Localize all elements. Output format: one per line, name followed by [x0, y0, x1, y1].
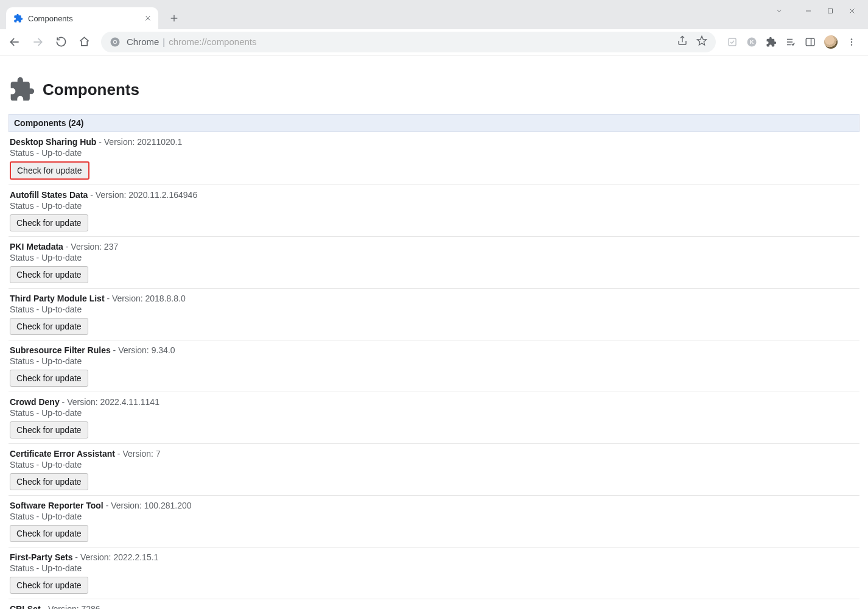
component-row: Software Reporter Tool - Version: 100.28…	[9, 496, 859, 547]
svg-rect-21	[806, 38, 814, 46]
window-close-icon[interactable]	[849, 7, 856, 16]
svg-point-23	[851, 38, 852, 40]
share-icon[interactable]	[677, 35, 688, 48]
chrome-icon	[110, 37, 121, 48]
omnibox-label: Chrome	[127, 37, 159, 47]
component-row: First-Party Sets - Version: 2022.2.15.1S…	[9, 547, 859, 599]
component-status: Status - Up-to-date	[10, 460, 859, 470]
component-row: Third Party Module List - Version: 2018.…	[9, 289, 859, 340]
tab-title: Components	[28, 14, 144, 23]
profile-avatar[interactable]	[824, 35, 838, 49]
component-name: Software Reporter Tool	[10, 501, 103, 510]
chrome-menu-icon[interactable]	[846, 37, 857, 48]
notes-extension-icon[interactable]	[727, 37, 738, 48]
bookmark-star-icon[interactable]	[696, 35, 707, 48]
svg-point-24	[851, 41, 852, 42]
check-for-update-button[interactable]: Check for update	[10, 525, 88, 542]
component-name: Desktop Sharing Hub	[10, 137, 96, 147]
component-row: Crowd Deny - Version: 2022.4.11.1141Stat…	[9, 392, 859, 444]
svg-rect-15	[729, 38, 736, 46]
home-button[interactable]	[74, 32, 94, 52]
component-version: - Version: 7286	[41, 604, 100, 609]
svg-text:K: K	[750, 39, 754, 45]
omnibox-url: chrome://components	[169, 37, 256, 47]
component-version: - Version: 7	[115, 449, 161, 459]
browser-toolbar: Chrome | chrome://components K	[0, 29, 868, 55]
check-for-update-button[interactable]: Check for update	[10, 577, 88, 594]
check-for-update-button[interactable]: Check for update	[10, 421, 88, 438]
browser-tab[interactable]: Components	[6, 7, 158, 29]
check-for-update-button[interactable]: Check for update	[10, 161, 89, 180]
page-title: Components	[43, 80, 139, 99]
component-name: CRLSet	[10, 604, 41, 609]
extension-icon	[13, 13, 23, 23]
component-row: Desktop Sharing Hub - Version: 20211020.…	[9, 132, 859, 185]
component-name: Autofill States Data	[10, 190, 88, 200]
window-minimize-icon[interactable]	[805, 7, 812, 16]
svg-rect-5	[828, 9, 833, 13]
k-extension-icon[interactable]: K	[746, 37, 757, 48]
window-controls	[763, 0, 868, 23]
extensions-icon[interactable]	[766, 37, 777, 48]
check-for-update-button[interactable]: Check for update	[10, 318, 88, 335]
section-header: Components (24)	[9, 114, 859, 132]
components-list: Desktop Sharing Hub - Version: 20211020.…	[9, 132, 859, 609]
component-version: - Version: 20211020.1	[96, 137, 182, 147]
check-for-update-button[interactable]: Check for update	[10, 214, 88, 231]
component-row: Subresource Filter Rules - Version: 9.34…	[9, 340, 859, 392]
svg-point-12	[114, 40, 117, 43]
component-version: - Version: 2020.11.2.164946	[88, 190, 197, 200]
svg-marker-14	[698, 37, 707, 45]
component-row: Autofill States Data - Version: 2020.11.…	[9, 185, 859, 237]
svg-point-25	[851, 44, 852, 45]
component-status: Status - Up-to-date	[10, 356, 859, 366]
component-row: CRLSet - Version: 7286Status - UpdatedCh…	[9, 599, 859, 609]
tab-search-icon[interactable]	[775, 7, 783, 16]
page-viewport[interactable]: Components Components (24) Desktop Shari…	[0, 55, 868, 609]
component-name: Crowd Deny	[10, 397, 60, 407]
component-status: Status - Up-to-date	[10, 148, 859, 158]
reading-list-icon[interactable]	[785, 37, 796, 48]
component-version: - Version: 2018.8.8.0	[105, 294, 186, 303]
back-button[interactable]	[5, 32, 24, 52]
component-name: PKI Metadata	[10, 242, 63, 252]
component-status: Status - Up-to-date	[10, 563, 859, 573]
component-status: Status - Up-to-date	[10, 253, 859, 262]
new-tab-button[interactable]	[166, 10, 183, 27]
omnibox-separator: |	[163, 37, 165, 47]
component-version: - Version: 9.34.0	[111, 345, 175, 355]
component-status: Status - Up-to-date	[10, 201, 859, 211]
component-status: Status - Up-to-date	[10, 512, 859, 521]
check-for-update-button[interactable]: Check for update	[10, 473, 88, 490]
component-row: Certificate Error Assistant - Version: 7…	[9, 444, 859, 496]
components-page: Components Components (24) Desktop Shari…	[0, 55, 868, 609]
window-titlebar: Components	[0, 0, 868, 29]
address-bar[interactable]: Chrome | chrome://components	[101, 32, 716, 52]
component-name: Subresource Filter Rules	[10, 345, 111, 355]
components-puzzle-icon	[9, 76, 35, 103]
check-for-update-button[interactable]: Check for update	[10, 370, 88, 387]
component-status: Status - Up-to-date	[10, 408, 859, 418]
component-row: PKI Metadata - Version: 237Status - Up-t…	[9, 237, 859, 289]
component-name: First-Party Sets	[10, 552, 72, 562]
toolbar-icons: K	[723, 35, 863, 49]
component-status: Status - Up-to-date	[10, 304, 859, 314]
component-version: - Version: 100.281.200	[103, 501, 192, 510]
check-for-update-button[interactable]: Check for update	[10, 266, 88, 283]
reload-button[interactable]	[51, 32, 71, 52]
component-name: Certificate Error Assistant	[10, 449, 115, 459]
forward-button[interactable]	[28, 32, 47, 52]
component-name: Third Party Module List	[10, 294, 105, 303]
tab-close-icon[interactable]	[144, 14, 152, 23]
window-maximize-icon[interactable]	[827, 7, 834, 16]
side-panel-icon[interactable]	[805, 37, 816, 48]
component-version: - Version: 2022.4.11.1141	[60, 397, 159, 407]
page-header: Components	[9, 76, 859, 103]
component-version: - Version: 237	[63, 242, 118, 252]
component-version: - Version: 2022.2.15.1	[72, 552, 158, 562]
